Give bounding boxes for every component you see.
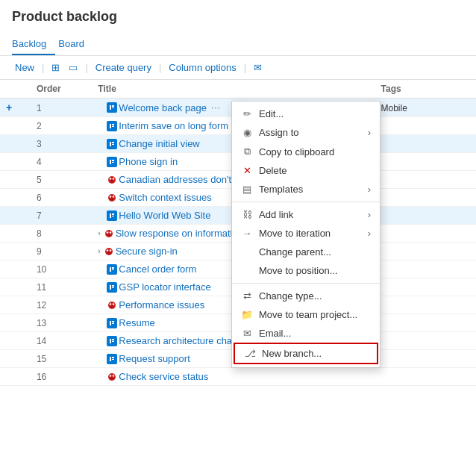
svg-point-31	[107, 234, 110, 236]
page-title: Product backlog	[12, 9, 464, 25]
tag-value: Mobile	[381, 103, 407, 113]
menu-item-change-parent[interactable]: Change parent...	[232, 243, 380, 261]
svg-point-34	[110, 249, 111, 251]
col-header-add	[0, 80, 31, 99]
svg-point-30	[110, 231, 111, 233]
row-title-link[interactable]: Switch context issues	[119, 192, 211, 203]
story-icon	[107, 210, 117, 221]
column-options-button[interactable]: Column options	[166, 60, 239, 75]
row-order: 8	[31, 225, 92, 243]
tab-board[interactable]: Board	[58, 34, 93, 55]
row-order: 7	[31, 207, 92, 225]
svg-rect-57	[110, 357, 111, 361]
menu-item-edit[interactable]: ✏Edit...	[232, 104, 380, 123]
row-title-link[interactable]: Request support	[119, 353, 190, 364]
row-title-cell: Check service status	[92, 368, 375, 386]
svg-rect-54	[112, 339, 114, 340]
row-title-link[interactable]: Cancel order form	[119, 263, 196, 275]
context-menu: ✏Edit...◉Assign to⧉Copy to clipboard✕Del…	[231, 101, 381, 368]
table-row[interactable]: 16 Check service status	[0, 368, 476, 386]
row-order: 3	[31, 135, 92, 153]
bug-icon	[107, 300, 117, 311]
row-title-link[interactable]: Phone sign in	[119, 156, 178, 167]
menu-item-new-branch[interactable]: ⎇New branch...	[234, 343, 378, 364]
svg-point-21	[110, 196, 111, 197]
new-button[interactable]: New	[12, 60, 37, 75]
tab-backlog[interactable]: Backlog	[12, 34, 55, 55]
bug-icon	[107, 372, 117, 382]
svg-rect-2	[112, 105, 114, 107]
menu-item-move-position[interactable]: Move to position...	[232, 261, 380, 280]
expand-arrow[interactable]: ›	[98, 247, 100, 255]
row-title-link[interactable]: Change initial view	[119, 138, 199, 149]
row-order: 2	[31, 117, 92, 135]
row-order: 10	[31, 260, 92, 278]
svg-point-19	[110, 180, 114, 182]
row-tags	[375, 260, 476, 278]
row-title-link[interactable]: Welcome back page	[119, 102, 207, 113]
story-icon	[107, 282, 117, 293]
row-title-link[interactable]: Check service status	[119, 371, 208, 382]
svg-point-35	[107, 252, 110, 254]
edit-label: Edit...	[259, 108, 284, 119]
change-type-label: Change type...	[259, 290, 322, 302]
svg-point-45	[110, 303, 111, 305]
row-title-link[interactable]: Secure sign-in	[116, 246, 178, 257]
row-title-link[interactable]: Hello World Web Site	[119, 210, 210, 221]
add-item-button[interactable]: ⊞	[48, 60, 63, 75]
new-branch-label: New branch...	[262, 348, 322, 359]
move-iteration-icon: →	[241, 228, 253, 239]
col-header-title: Title	[92, 80, 375, 99]
menu-item-copy-clipboard[interactable]: ⧉Copy to clipboard	[232, 142, 380, 161]
collapse-button[interactable]: ▭	[66, 60, 81, 75]
row-tags	[375, 332, 476, 350]
expand-arrow[interactable]: ›	[98, 229, 100, 237]
sep2: |	[84, 62, 89, 73]
menu-divider	[232, 202, 380, 202]
add-row-icon[interactable]: +	[6, 102, 12, 113]
svg-rect-27	[112, 216, 114, 216]
row-tags	[375, 207, 476, 225]
row-tags	[375, 225, 476, 243]
menu-item-move-team[interactable]: 📁Move to team project...	[232, 305, 380, 324]
menu-item-delete[interactable]: ✕Delete	[232, 161, 380, 180]
story-icon	[107, 121, 117, 131]
row-title-link[interactable]: GSP locator interface	[119, 281, 210, 293]
context-menu-trigger[interactable]: ···	[211, 102, 221, 113]
row-tags	[375, 278, 476, 296]
svg-rect-11	[112, 144, 114, 145]
row-order: 16	[31, 368, 92, 386]
svg-rect-15	[112, 162, 114, 163]
row-order: 1	[31, 99, 92, 117]
row-title-link[interactable]: Performance issues	[119, 299, 204, 311]
move-position-label: Move to position...	[259, 265, 338, 276]
svg-rect-9	[110, 142, 111, 146]
story-icon	[107, 102, 117, 113]
row-title-link[interactable]: Slow response on information	[116, 228, 243, 239]
row-title-link[interactable]: Interim save on long form	[119, 120, 228, 131]
menu-item-move-iteration[interactable]: →Move to iteration	[232, 224, 380, 243]
menu-item-templates[interactable]: ▤Templates	[232, 180, 380, 199]
svg-rect-13	[110, 160, 111, 164]
mail-button[interactable]: ✉	[251, 60, 265, 75]
bug-icon	[107, 175, 117, 185]
row-order: 15	[31, 350, 92, 368]
create-query-button[interactable]: Create query	[93, 60, 154, 75]
menu-item-assign-to[interactable]: ◉Assign to	[232, 123, 380, 142]
row-order: 9	[31, 243, 92, 260]
row-title-link[interactable]: Resume	[119, 317, 154, 328]
menu-item-change-type[interactable]: ⇄Change type...	[232, 287, 380, 305]
svg-rect-1	[110, 105, 111, 110]
row-tags	[375, 171, 476, 189]
svg-rect-59	[112, 359, 114, 360]
svg-rect-37	[110, 267, 111, 272]
menu-item-email[interactable]: ✉Email...	[232, 324, 380, 343]
svg-rect-55	[112, 341, 114, 342]
assign-to-label: Assign to	[259, 127, 298, 138]
story-icon	[107, 139, 117, 149]
new-branch-icon: ⎇	[244, 348, 256, 359]
row-tags	[375, 296, 476, 314]
add-icon: ⊞	[51, 62, 60, 73]
delete-label: Delete	[259, 165, 287, 176]
menu-item-add-link[interactable]: ⛓Add link	[232, 205, 380, 224]
